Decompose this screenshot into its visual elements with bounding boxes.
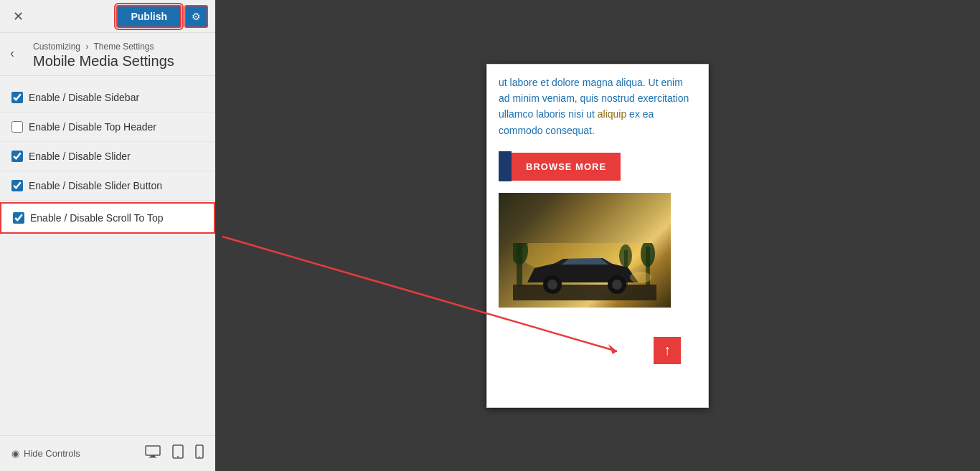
checkbox-sidebar[interactable] [11, 92, 23, 103]
bottom-bar: ◉ Hide Controls [0, 435, 215, 471]
preview-text-part1: ut labore et dolore magna aliqua. Ut eni… [499, 77, 689, 120]
label-slider: Enable / Disable Slider [29, 151, 131, 162]
car-image [499, 193, 671, 308]
breadcrumb-root[interactable]: Customizing [33, 42, 80, 52]
svg-rect-14 [513, 285, 656, 300]
car-silhouette-svg [513, 243, 656, 300]
setting-sidebar[interactable]: Enable / Disable Sidebar [0, 83, 215, 113]
scroll-top-icon: ↑ [664, 342, 671, 358]
svg-rect-1 [151, 455, 155, 457]
setting-scroll-to-top[interactable]: Enable / Disable Scroll To Top [0, 202, 215, 234]
browse-btn-accent [499, 151, 512, 181]
setting-top-header[interactable]: Enable / Disable Top Header [0, 113, 215, 142]
hide-controls-button[interactable]: ◉ Hide Controls [11, 448, 80, 459]
preview-frame: ut labore et dolore magna aliqua. Ut eni… [486, 64, 709, 408]
hide-controls-icon: ◉ [11, 448, 19, 459]
setting-slider-button[interactable]: Enable / Disable Slider Button [0, 171, 215, 201]
top-bar: ✕ Publish ⚙ [0, 0, 215, 33]
back-button[interactable]: ‹ [7, 43, 17, 64]
publish-button[interactable]: Publish [116, 5, 182, 28]
svg-rect-0 [146, 446, 160, 455]
close-button[interactable]: ✕ [7, 6, 29, 27]
browse-more-button[interactable]: BROWSE MORE [512, 153, 621, 181]
svg-point-4 [177, 456, 179, 457]
tablet-icon[interactable] [172, 444, 184, 462]
checkbox-scroll-to-top[interactable] [13, 212, 24, 224]
checkbox-slider[interactable] [11, 151, 23, 162]
breadcrumb: Customizing › Theme Settings [33, 42, 204, 52]
label-scroll-to-top: Enable / Disable Scroll To Top [30, 212, 163, 224]
preview-text: ut labore et dolore magna aliqua. Ut eni… [499, 75, 697, 139]
svg-rect-2 [149, 457, 156, 458]
gear-button[interactable]: ⚙ [184, 5, 208, 28]
publish-area: Publish ⚙ [116, 5, 208, 28]
svg-point-18 [612, 280, 622, 290]
scroll-to-top-button[interactable]: ↑ [654, 337, 681, 364]
checkbox-top-header[interactable] [11, 121, 23, 133]
main-preview: ut labore et dolore magna aliqua. Ut eni… [215, 0, 980, 471]
setting-slider[interactable]: Enable / Disable Slider [0, 142, 215, 171]
label-sidebar: Enable / Disable Sidebar [29, 92, 139, 103]
svg-point-13 [619, 244, 632, 267]
browse-more-wrapper: BROWSE MORE [499, 151, 697, 181]
desktop-icon[interactable] [145, 444, 161, 462]
left-panel: ✕ Publish ⚙ ‹ Customizing › Theme Settin… [0, 0, 215, 471]
label-top-header: Enable / Disable Top Header [29, 121, 156, 133]
preview-content: ut labore et dolore magna aliqua. Ut eni… [487, 65, 708, 330]
checkbox-slider-button[interactable] [11, 180, 23, 191]
breadcrumb-separator: › [85, 42, 88, 52]
label-slider-button: Enable / Disable Slider Button [29, 180, 162, 191]
svg-point-16 [547, 280, 557, 290]
page-title: Mobile Media Settings [33, 53, 204, 70]
settings-list: Enable / Disable Sidebar Enable / Disabl… [0, 76, 215, 435]
breadcrumb-area: Customizing › Theme Settings Mobile Medi… [0, 33, 215, 76]
device-icons [145, 444, 204, 462]
breadcrumb-section[interactable]: Theme Settings [94, 42, 154, 52]
svg-point-6 [199, 456, 200, 457]
mobile-icon[interactable] [195, 444, 204, 462]
preview-text-link[interactable]: aliquip [598, 108, 626, 120]
hide-controls-label: Hide Controls [24, 448, 80, 459]
svg-point-19 [630, 272, 651, 283]
